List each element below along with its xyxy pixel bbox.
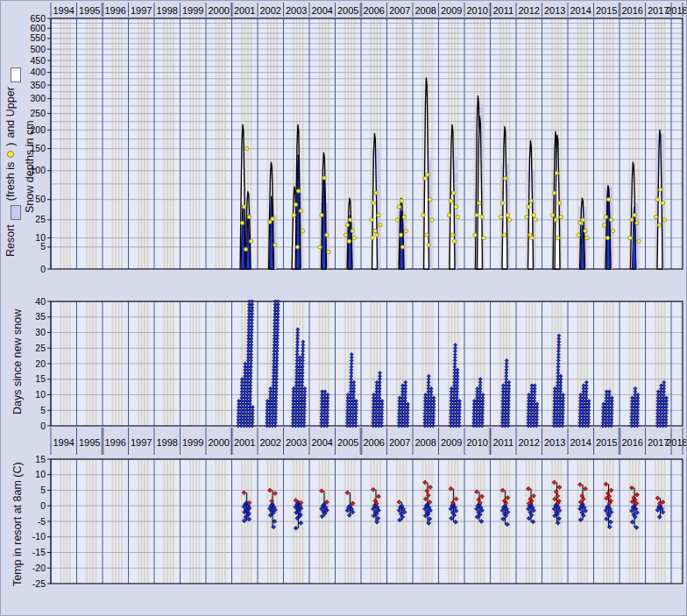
year-label: 2018	[666, 5, 687, 16]
year-label: 2010	[467, 5, 488, 16]
year-label: 2008	[415, 437, 436, 448]
year-label: 2013	[544, 437, 565, 448]
year-label: 2004	[312, 437, 333, 448]
year-label: 2005	[337, 5, 358, 16]
year-label: 2015	[596, 5, 617, 16]
year-label: 2002	[260, 5, 281, 16]
year-label: 2009	[441, 437, 462, 448]
year-label: 1994	[53, 437, 74, 448]
year-label: 2006	[364, 5, 385, 16]
year-label: 2003	[286, 5, 307, 16]
year-label: 2009	[441, 5, 462, 16]
y-tick-label: 5	[40, 241, 46, 251]
year-label: 2004	[312, 5, 333, 16]
year-label: 1998	[157, 5, 178, 16]
year-label: 2006	[364, 437, 385, 448]
y-tick-label: -10	[32, 531, 46, 542]
year-label: 1998	[157, 437, 178, 448]
year-label: 2014	[570, 5, 591, 16]
year-label: 2014	[570, 437, 591, 448]
year-label: 2011	[492, 5, 513, 16]
year-label: 1996	[105, 437, 126, 448]
y-tick-label: 600	[30, 23, 46, 33]
year-label: 2010	[467, 437, 488, 448]
year-label: 2015	[596, 437, 617, 448]
year-label: 1995	[79, 437, 100, 448]
year-label: 2012	[519, 437, 540, 448]
year-label: 2007	[389, 5, 410, 16]
y-tick-label: 20	[35, 358, 46, 369]
year-label: 2007	[389, 437, 410, 448]
y-tick-label: -15	[32, 547, 46, 557]
year-label: 1994	[53, 5, 74, 16]
y-tick-label: 150	[30, 143, 46, 153]
y-tick-label: 25	[35, 343, 46, 353]
y-tick-label: 0	[40, 500, 46, 511]
y-tick-label: 25	[35, 214, 46, 224]
y-tick-label: 10	[35, 389, 46, 400]
year-label: 1996	[105, 5, 126, 16]
y-tick-label: 30	[35, 327, 46, 337]
year-label: 2000	[209, 5, 230, 16]
y-tick-label: 400	[30, 67, 46, 77]
year-label: 1999	[182, 5, 203, 16]
year-label: 2001	[234, 5, 255, 16]
y-tick-label: 650	[30, 13, 46, 24]
y-tick-label: 100	[30, 165, 46, 175]
y-tick-label: 200	[30, 124, 46, 135]
year-label: 2012	[519, 5, 540, 16]
y-tick-label: 550	[30, 32, 46, 43]
year-label: 2018	[666, 437, 687, 448]
y-tick-label: 35	[35, 311, 46, 322]
year-label: 2016	[622, 437, 643, 448]
year-label: 2008	[415, 5, 436, 16]
year-label: 1999	[182, 437, 203, 448]
year-label: 1997	[131, 5, 152, 16]
y-tick-label: 10	[35, 232, 46, 243]
snow-history-chart: Resort (fresh is ) and Upper Snow depths…	[0, 0, 687, 616]
y-tick-label: -25	[32, 578, 46, 589]
year-label: 2011	[492, 437, 513, 448]
y-tick-label: 10	[35, 469, 46, 479]
y-tick-label: 5	[40, 405, 46, 415]
year-label: 2005	[337, 437, 358, 448]
y-tick-label: 500	[30, 44, 46, 54]
y-tick-label: 0	[40, 421, 46, 431]
year-label: 1995	[79, 5, 100, 16]
y-tick-label: 450	[30, 55, 46, 66]
y-tick-label: 0	[40, 264, 46, 274]
y-tick-label: 15	[35, 373, 46, 384]
y-tick-label: -5	[38, 516, 46, 527]
year-label: 2016	[622, 5, 643, 16]
chart-canvas: 1994199519961997199819992000200120022003…	[1, 1, 687, 616]
y-tick-label: 300	[30, 93, 46, 103]
year-label: 2013	[544, 5, 565, 16]
y-tick-label: 350	[30, 80, 46, 90]
y-tick-label: -20	[32, 563, 46, 573]
y-tick-label: 5	[40, 485, 46, 495]
year-label: 2002	[260, 437, 281, 448]
y-tick-label: 250	[30, 108, 46, 118]
y-tick-label: 50	[35, 194, 46, 204]
year-label: 2000	[209, 437, 230, 448]
year-label: 2003	[286, 437, 307, 448]
year-label: 1997	[131, 437, 152, 448]
year-label: 2001	[234, 437, 255, 448]
y-tick-label: 15	[35, 454, 46, 464]
y-tick-label: 40	[35, 296, 46, 307]
